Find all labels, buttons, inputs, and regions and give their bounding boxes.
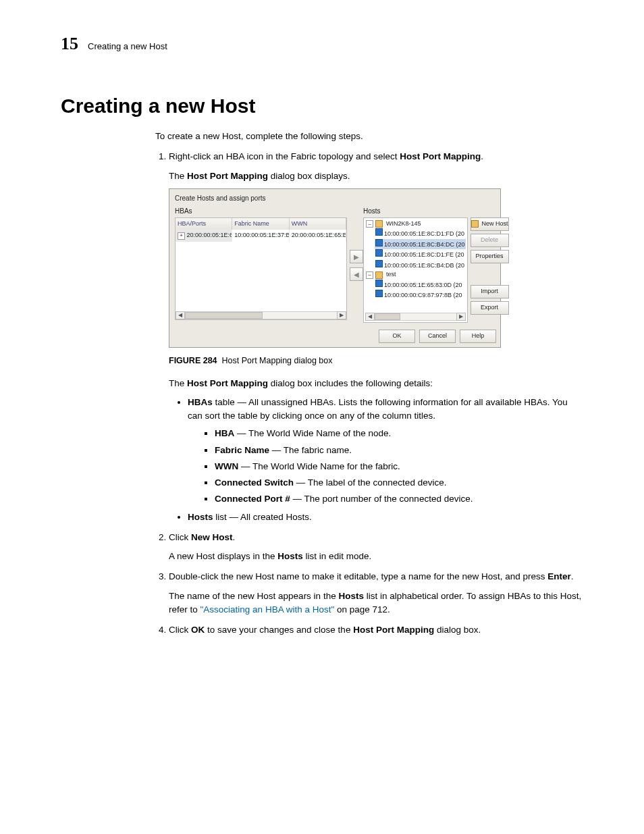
move-right-button[interactable]: ▶ — [350, 250, 363, 263]
host-icon — [471, 220, 479, 228]
port-icon — [375, 290, 383, 297]
bullet-hbas: HBAs table — All unassigned HBAs. Lists … — [188, 396, 583, 506]
step-1: Right-click an HBA icon in the Fabric to… — [169, 150, 583, 524]
ok-term: OK — [191, 625, 205, 635]
scroll-right-icon[interactable]: ▶ — [337, 311, 346, 319]
scroll-left-icon[interactable]: ◀ — [365, 313, 375, 321]
import-button[interactable]: Import — [471, 285, 509, 298]
steps-list: Right-click an HBA icon in the Fabric to… — [155, 150, 583, 637]
td-wwn: 20:00:00:05:1E:65:B3 — [290, 230, 346, 242]
cancel-button[interactable]: Cancel — [419, 330, 456, 343]
new-host-term: New Host — [191, 532, 233, 542]
move-left-button[interactable]: ◀ — [350, 267, 363, 281]
host-port-mapping-term: Host Port Mapping — [400, 151, 481, 161]
properties-button[interactable]: Properties — [471, 250, 509, 263]
tree-port[interactable]: 10:00:00:05:1E:65:83:0D (20 — [375, 280, 466, 290]
collapse-icon[interactable]: – — [366, 271, 373, 279]
expand-icon[interactable]: + — [178, 232, 185, 240]
host-icon — [375, 271, 383, 279]
page: 15 Creating a new Host Creating a new Ho… — [0, 0, 644, 834]
th-wwn[interactable]: WWN — [290, 218, 346, 230]
tree-host-node[interactable]: –test — [365, 270, 466, 280]
side-buttons: New Host Delete Properties Import Export — [471, 206, 513, 325]
step-4: Click OK to save your changes and close … — [169, 623, 583, 637]
help-button[interactable]: Help — [460, 330, 496, 343]
figure-caption: FIGURE 284 Host Port Mapping dialog box — [169, 355, 583, 367]
hbas-label: HBAs — [175, 206, 347, 216]
body-content: To create a new Host, complete the follo… — [155, 130, 583, 637]
delete-button[interactable]: Delete — [471, 234, 509, 247]
details-bullets: HBAs table — All unassigned HBAs. Lists … — [169, 396, 583, 524]
scroll-left-icon[interactable]: ◀ — [176, 311, 185, 319]
bullet-hosts: Hosts list — All created Hosts. — [188, 511, 583, 524]
table-row[interactable]: + 20:00:00:05:1E:65:83:0C 10:00:00:05:1E… — [176, 230, 346, 242]
step-3: Double-click the new Host name to make i… — [169, 570, 583, 617]
port-icon — [375, 280, 383, 287]
hosts-label: Hosts — [363, 206, 468, 216]
sq-wwn: WWN — The World Wide Name for the fabric… — [215, 460, 583, 473]
hbas-panel: HBAs HBA/Ports Fabric Name WWN + 20:00:0… — [169, 206, 350, 325]
port-icon — [375, 249, 383, 257]
step2-sub: A new Host displays in the Hosts list in… — [169, 550, 583, 563]
sq-hba: HBA — The World Wide Name of the node. — [215, 427, 583, 440]
tree-port[interactable]: 10:00:00:05:1E:8C:D1:FD (20 — [375, 228, 466, 239]
ok-button[interactable]: OK — [379, 330, 415, 343]
header-title: Creating a new Host — [88, 41, 167, 51]
associating-hba-link[interactable]: "Associating an HBA with a Host" — [200, 604, 335, 615]
scroll-thumb[interactable] — [185, 312, 263, 319]
host-icon — [375, 220, 383, 228]
tree-port[interactable]: 10:00:00:05:1E:8C:B4:DC (20 — [375, 239, 466, 250]
tree-host: –test 10:00:00:05:1E:65:83:0D (20 10:00:… — [365, 270, 466, 301]
dialog-footer: OK Cancel Help — [169, 325, 500, 347]
hbas-columns-list: HBA — The World Wide Name of the node. F… — [188, 427, 583, 506]
sq-fabric-name: Fabric Name — The fabric name. — [215, 444, 583, 457]
page-header: 15 Creating a new Host — [61, 34, 583, 54]
scroll-right-icon[interactable]: ▶ — [456, 313, 466, 321]
td-hba-ports: + 20:00:00:05:1E:65:83:0C — [176, 230, 232, 242]
hosts-panel: Hosts –WIN2K8-145 10:00:00:05:1E:8C:D1:F… — [363, 206, 471, 325]
collapse-icon[interactable]: – — [366, 220, 373, 228]
tree-host-node[interactable]: –WIN2K8-145 — [365, 219, 466, 229]
hbas-table-header[interactable]: HBA/Ports Fabric Name WWN — [176, 218, 346, 230]
new-host-button[interactable]: New Host — [471, 217, 509, 231]
tree-port[interactable]: 10:00:00:05:1E:8C:B4:DB (20 — [375, 260, 466, 271]
scroll-thumb[interactable] — [375, 313, 400, 320]
figure-label: FIGURE 284 — [169, 356, 217, 365]
details-intro: The Host Port Mapping dialog box include… — [169, 377, 583, 390]
enter-key: Enter — [547, 571, 571, 581]
dialog-title: Create Hosts and assign ports — [169, 189, 500, 206]
step1-text: Right-click an HBA icon in the Fabric to… — [169, 151, 483, 161]
tree-port[interactable]: 10:00:00:00:C9:87:97:8B (20 — [375, 290, 466, 301]
step1-sub: The Host Port Mapping dialog box display… — [169, 170, 583, 183]
intro-text: To create a new Host, complete the follo… — [155, 130, 583, 143]
dialog-screenshot: Create Hosts and assign ports HBAs HBA/P… — [169, 188, 501, 348]
step-2: Click New Host. A new Host displays in t… — [169, 531, 583, 564]
sq-connected-switch: Connected Switch — The label of the conn… — [215, 476, 583, 490]
port-icon — [375, 260, 383, 267]
th-fabric-name[interactable]: Fabric Name — [232, 218, 289, 230]
figure-caption-text: Host Port Mapping dialog box — [222, 356, 333, 365]
step3-sub: The name of the new Host appears in the … — [169, 590, 583, 617]
port-icon — [375, 239, 383, 246]
sq-connected-port: Connected Port # — The port number of th… — [215, 492, 583, 506]
chapter-number: 15 — [61, 34, 78, 54]
transfer-buttons: ▶ ◀ — [350, 206, 363, 325]
export-button[interactable]: Export — [471, 301, 509, 315]
tree-port[interactable]: 10:00:00:05:1E:8C:D1:FE (20 — [375, 249, 466, 260]
tree-host: –WIN2K8-145 10:00:00:05:1E:8C:D1:FD (20 … — [365, 219, 466, 271]
hbas-table[interactable]: HBA/Ports Fabric Name WWN + 20:00:00:05:… — [175, 217, 347, 320]
td-fabric-name: 10:00:00:05:1E:37:BA:02 — [232, 230, 289, 242]
section-heading: Creating a new Host — [61, 95, 583, 118]
hosts-hscroll[interactable]: ◀ ▶ — [365, 313, 466, 321]
port-icon — [375, 228, 383, 236]
hbas-hscroll[interactable]: ◀ ▶ — [176, 311, 346, 319]
hosts-tree[interactable]: –WIN2K8-145 10:00:00:05:1E:8C:D1:FD (20 … — [363, 217, 468, 323]
th-hba-ports[interactable]: HBA/Ports — [176, 218, 232, 230]
